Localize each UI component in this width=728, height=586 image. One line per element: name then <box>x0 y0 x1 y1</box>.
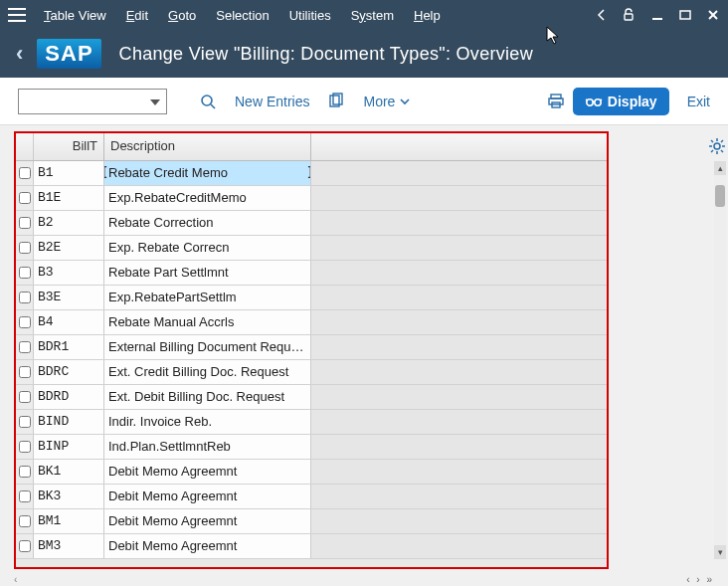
hamburger-icon[interactable] <box>8 8 26 22</box>
new-entries-button[interactable]: New Entries <box>235 94 309 109</box>
cell-description[interactable]: Ext. Debit Billing Doc. Request <box>104 385 311 409</box>
more-label: More <box>363 94 395 109</box>
scroll-thumb[interactable] <box>715 185 725 207</box>
back-button[interactable]: ‹ <box>16 41 23 67</box>
column-header-description[interactable]: Description <box>104 133 311 160</box>
cell-billt[interactable]: BIND <box>34 410 104 434</box>
more-button[interactable]: More <box>363 94 411 109</box>
menu-help[interactable]: Help <box>414 8 441 23</box>
row-checkbox[interactable] <box>16 186 34 210</box>
row-checkbox[interactable] <box>16 211 34 235</box>
command-combo[interactable] <box>18 89 167 114</box>
row-checkbox[interactable] <box>16 410 34 434</box>
vertical-scrollbar[interactable]: ▴ ▾ <box>714 161 726 559</box>
table-row[interactable]: B3EExp.RebatePartSettlm <box>16 286 607 310</box>
table-row[interactable]: B4Rebate Manual Accrls <box>16 310 607 335</box>
menu-edit[interactable]: Edit <box>126 8 148 23</box>
cell-description[interactable]: Rebate Credit Memo <box>104 161 311 185</box>
table-row[interactable]: BK1Debit Memo Agreemnt <box>16 460 607 485</box>
hscroll-nav[interactable]: ‹ › » <box>686 574 714 585</box>
menu-tableview[interactable]: Table View <box>44 8 106 23</box>
row-checkbox[interactable] <box>16 509 34 533</box>
cell-billt[interactable]: BDR1 <box>34 335 104 359</box>
search-icon[interactable] <box>199 93 217 110</box>
cell-billt[interactable]: B3E <box>34 286 104 309</box>
cell-description[interactable]: Exp.RebatePartSettlm <box>104 286 311 309</box>
gear-icon[interactable] <box>708 137 726 155</box>
cell-billt[interactable]: BINP <box>34 435 104 459</box>
cell-description[interactable]: Rebate Part Settlmnt <box>104 261 311 285</box>
cell-billt[interactable]: B3 <box>34 261 104 285</box>
row-checkbox[interactable] <box>16 460 34 484</box>
menu-system[interactable]: System <box>351 8 394 23</box>
row-checkbox[interactable] <box>16 435 34 459</box>
table-row[interactable]: BDR1External Billing Document Requ… <box>16 335 607 360</box>
cell-description[interactable]: Exp. Rebate Correcn <box>104 236 311 260</box>
menu-goto[interactable]: Goto <box>168 8 196 23</box>
menu-bar: Table View Edit Goto Selection Utilities… <box>0 0 728 30</box>
cell-description[interactable]: Debit Memo Agreemnt <box>104 460 311 484</box>
row-checkbox[interactable] <box>16 261 34 285</box>
table-row[interactable]: BINPInd.Plan.SettlmntReb <box>16 435 607 460</box>
scroll-up-icon[interactable]: ▴ <box>714 161 726 175</box>
row-checkbox[interactable] <box>16 385 34 409</box>
minimize-icon[interactable] <box>650 8 664 22</box>
content-area: BillT Description B1Rebate Credit MemoB1… <box>0 125 728 572</box>
cell-description[interactable]: Exp.RebateCreditMemo <box>104 186 311 210</box>
scroll-down-icon[interactable]: ▾ <box>714 545 726 559</box>
table-row[interactable]: B1EExp.RebateCreditMemo <box>16 186 607 211</box>
select-all-header[interactable] <box>16 133 34 160</box>
table-row[interactable]: BM3Debit Memo Agreemnt <box>16 534 607 559</box>
cell-billt[interactable]: B1 <box>34 161 104 185</box>
row-checkbox[interactable] <box>16 310 34 334</box>
row-checkbox[interactable] <box>16 360 34 384</box>
cell-billt[interactable]: B2E <box>34 236 104 260</box>
row-checkbox[interactable] <box>16 534 34 558</box>
table-row[interactable]: BM1Debit Memo Agreemnt <box>16 509 607 534</box>
cell-billt[interactable]: BM3 <box>34 534 104 558</box>
row-checkbox[interactable] <box>16 335 34 359</box>
exit-button[interactable]: Exit <box>687 94 710 109</box>
cell-billt[interactable]: BK1 <box>34 460 104 484</box>
row-checkbox[interactable] <box>16 161 34 185</box>
cell-description[interactable]: Debit Memo Agreemnt <box>104 509 311 533</box>
cell-billt[interactable]: BM1 <box>34 509 104 533</box>
cell-billt[interactable]: BDRC <box>34 360 104 384</box>
close-icon[interactable] <box>706 8 720 22</box>
cell-description[interactable]: Indir. Invoice Reb. <box>104 410 311 434</box>
lock-icon[interactable] <box>621 7 637 23</box>
table-row[interactable]: BK3Debit Memo Agreemnt <box>16 485 607 509</box>
cell-description[interactable]: Ext. Credit Billing Doc. Request <box>104 360 311 384</box>
table-row[interactable]: B1Rebate Credit Memo <box>16 161 607 186</box>
table-row[interactable]: B3Rebate Part Settlmnt <box>16 261 607 286</box>
copy-icon[interactable] <box>327 93 345 110</box>
cell-description[interactable]: Ind.Plan.SettlmntReb <box>104 435 311 459</box>
display-button[interactable]: Display <box>573 88 669 115</box>
row-checkbox[interactable] <box>16 286 34 309</box>
column-header-billt[interactable]: BillT <box>34 133 104 160</box>
table-row[interactable]: B2Rebate Correction <box>16 211 607 236</box>
table-row[interactable]: BINDIndir. Invoice Reb. <box>16 410 607 435</box>
menu-utilities[interactable]: Utilities <box>289 8 331 23</box>
table-row[interactable]: BDRCExt. Credit Billing Doc. Request <box>16 360 607 385</box>
cell-billt[interactable]: B2 <box>34 211 104 235</box>
cell-description[interactable]: Rebate Manual Accrls <box>104 310 311 334</box>
row-checkbox[interactable] <box>16 485 34 508</box>
nav-back-icon[interactable] <box>597 9 607 21</box>
restore-icon[interactable] <box>678 8 692 22</box>
table-row[interactable]: BDRDExt. Debit Billing Doc. Request <box>16 385 607 410</box>
cell-billt[interactable]: B1E <box>34 186 104 210</box>
cell-description[interactable]: Debit Memo Agreemnt <box>104 534 311 558</box>
menu-selection[interactable]: Selection <box>216 8 269 23</box>
horizontal-scrollbar[interactable]: ‹ ‹ › » <box>14 572 714 586</box>
cell-description[interactable]: Rebate Correction <box>104 211 311 235</box>
svg-line-23 <box>711 150 713 152</box>
cell-billt[interactable]: BDRD <box>34 385 104 409</box>
cell-billt[interactable]: B4 <box>34 310 104 334</box>
print-icon[interactable] <box>547 93 565 110</box>
table-row[interactable]: B2EExp. Rebate Correcn <box>16 236 607 261</box>
cell-description[interactable]: Debit Memo Agreemnt <box>104 485 311 508</box>
cell-billt[interactable]: BK3 <box>34 485 104 508</box>
row-checkbox[interactable] <box>16 236 34 260</box>
cell-description[interactable]: External Billing Document Requ… <box>104 335 311 359</box>
